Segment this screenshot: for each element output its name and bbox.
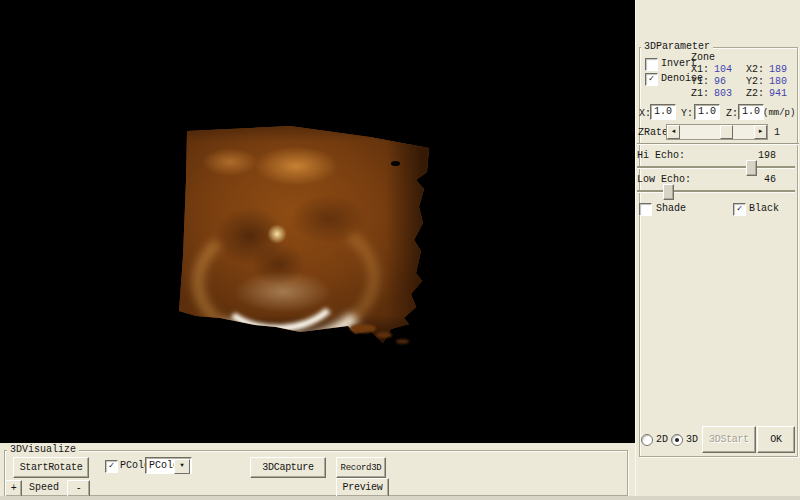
check-icon: ✓	[109, 462, 114, 471]
ultrasound-volume-render	[178, 124, 432, 346]
render-fragment	[396, 339, 409, 344]
shade-checkbox[interactable]	[639, 203, 652, 216]
mode-3d-label: 3D	[686, 434, 698, 445]
black-checkbox[interactable]: ✓	[733, 203, 746, 216]
start-rotate-button[interactable]: StartRotate	[13, 457, 89, 478]
check-icon: ✓	[649, 75, 654, 84]
zrate-scrollbar[interactable]: ◄ ►	[666, 124, 768, 140]
hi-echo-label: Hi Echo:	[637, 150, 685, 161]
invert-checkbox[interactable]	[645, 58, 658, 71]
mode-3d-radio[interactable]	[671, 434, 683, 446]
record-3d-button[interactable]: Record3D	[336, 457, 386, 478]
hi-echo-slider-track[interactable]	[637, 166, 795, 168]
scroll-left-icon[interactable]: ◄	[667, 125, 680, 139]
visualize-panel-title: 3DVisualize	[7, 444, 79, 455]
scale-z-label: Z:	[726, 108, 738, 119]
zrate-value: 1	[774, 127, 780, 138]
denoise-checkbox[interactable]: ✓	[645, 73, 658, 86]
zone-y1-value: 96	[714, 76, 726, 87]
radio-dot-icon	[675, 438, 679, 442]
scale-y-input[interactable]: 1.0	[694, 104, 720, 120]
low-echo-value: 46	[756, 174, 776, 185]
parameter-panel	[635, 0, 800, 500]
render-fragment	[376, 332, 392, 338]
zone-y2-label: Y2:	[746, 76, 764, 87]
zone-y2-value: 180	[769, 76, 787, 87]
zone-z1-label: Z1:	[691, 88, 709, 99]
zone-z1-value: 803	[714, 88, 732, 99]
speed-label: Speed	[29, 482, 59, 493]
ok-button[interactable]: OK	[757, 426, 795, 453]
render-fragment	[350, 324, 376, 333]
capture-3d-button[interactable]: 3DCapture	[250, 457, 326, 478]
speed-minus-button[interactable]: -	[67, 480, 90, 497]
check-icon: ✓	[737, 205, 742, 214]
zone-x2-label: X2:	[746, 64, 764, 75]
zone-title: Zone	[691, 52, 715, 63]
scale-x-input[interactable]: 1.0	[650, 104, 676, 120]
zone-x1-label: X1:	[691, 64, 709, 75]
low-echo-slider-track[interactable]	[637, 190, 795, 192]
zone-x1-value: 104	[714, 64, 732, 75]
mode-2d-radio[interactable]	[641, 434, 653, 446]
zone-z2-label: Z2:	[746, 88, 764, 99]
pcolor-checkbox[interactable]: ✓	[105, 460, 118, 473]
scale-unit-label: (mm/p)	[763, 108, 795, 119]
shade-checkbox-label: Shade	[656, 203, 686, 214]
pcolor-dropdown[interactable]: PColor ▼	[145, 457, 192, 474]
start-3d-button[interactable]: 3DStart	[702, 426, 756, 453]
zrate-scrollbar-thumb[interactable]	[720, 125, 733, 139]
scale-y-label: Y:	[681, 108, 693, 119]
preview-button[interactable]: Preview	[336, 478, 389, 497]
zrate-label: ZRate	[638, 127, 668, 138]
window-bottom-edge	[0, 496, 800, 500]
render-viewport[interactable]	[0, 0, 635, 443]
app-window: 3DParameter Invert ✓ Denoise Zone X1: 10…	[0, 0, 800, 500]
render-speck	[391, 161, 400, 166]
scale-z-input[interactable]: 1.0	[738, 104, 764, 120]
parameter-panel-title: 3DParameter	[641, 41, 713, 52]
mode-2d-label: 2D	[656, 434, 668, 445]
scroll-right-icon[interactable]: ►	[754, 125, 767, 139]
zone-x2-value: 189	[769, 64, 787, 75]
low-echo-slider-thumb[interactable]	[663, 184, 674, 200]
speed-plus-button[interactable]: +	[5, 480, 22, 497]
black-checkbox-label: Black	[749, 203, 779, 214]
parameter-separator	[637, 143, 799, 145]
chevron-down-icon[interactable]: ▼	[174, 459, 190, 474]
zone-z2-value: 941	[769, 88, 787, 99]
zone-y1-label: Y1:	[691, 76, 709, 87]
